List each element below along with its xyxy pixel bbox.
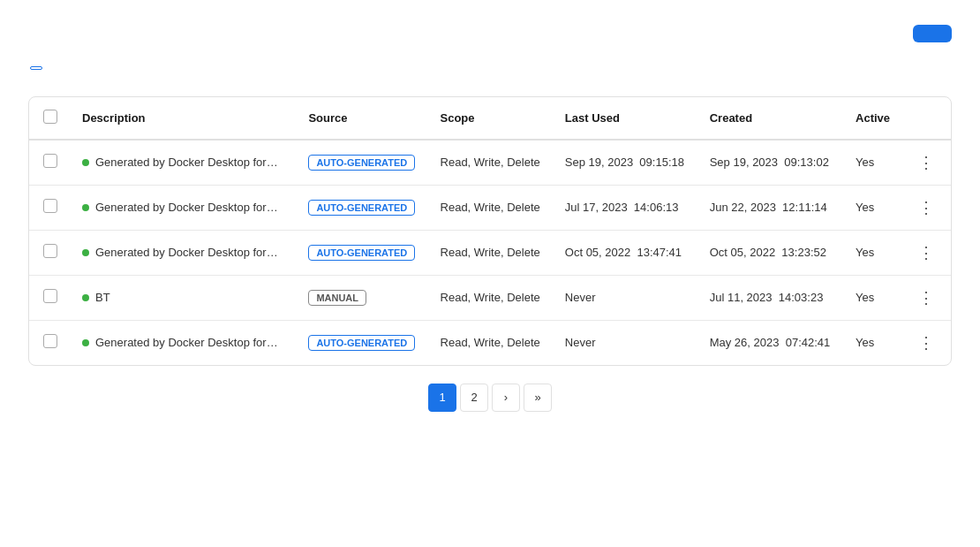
header-description: Description [72, 97, 298, 140]
row-created-cell-2: Oct 05, 2022 13:23:52 [699, 230, 845, 275]
row-active-cell-0: Yes [845, 140, 902, 186]
row-scope-cell-4: Read, Write, Delete [430, 320, 554, 365]
row-created-cell-3: Jul 11, 2023 14:03:23 [699, 275, 845, 320]
row-checkbox-cell [29, 320, 72, 365]
row-checkbox-cell [29, 275, 72, 320]
table-row: Generated by Docker Desktop for CLI ... … [29, 230, 951, 275]
auto-generated-badge-inline [30, 66, 42, 70]
row-active-cell-3: Yes [845, 275, 902, 320]
select-all-checkbox[interactable] [43, 110, 57, 124]
row-last-used-cell-2: Oct 05, 2022 13:47:41 [554, 230, 699, 275]
page-next-button[interactable]: › [492, 384, 520, 412]
source-badge-4: AUTO-GENERATED [308, 335, 415, 351]
source-badge-0: AUTO-GENERATED [308, 155, 415, 171]
row-description-cell: Generated by Docker Desktop for CLI ... [72, 230, 298, 275]
info-bar [28, 58, 952, 77]
row-checkbox-1[interactable] [43, 199, 57, 213]
row-actions-button-3[interactable]: ⋮ [913, 288, 940, 308]
row-last-used-cell-4: Never [554, 320, 699, 365]
row-actions-cell-3: ⋮ [902, 275, 951, 320]
row-scope-cell-0: Read, Write, Delete [430, 140, 554, 186]
table-row: Generated by Docker Desktop for CLI ... … [29, 185, 951, 230]
status-dot-0 [82, 159, 89, 166]
row-source-cell-3: MANUAL [298, 275, 429, 320]
row-scope-cell-1: Read, Write, Delete [430, 185, 554, 230]
row-description-cell: Generated by Docker Desktop for CLI ... [72, 140, 298, 186]
source-badge-3: MANUAL [308, 290, 366, 306]
row-created-cell-4: May 26, 2023 07:42:41 [699, 320, 845, 365]
row-actions-button-0[interactable]: ⋮ [913, 153, 940, 172]
row-source-cell-0: AUTO-GENERATED [298, 140, 429, 186]
header-scope: Scope [430, 97, 554, 140]
row-scope-cell-2: Read, Write, Delete [430, 230, 554, 275]
row-checkbox-3[interactable] [43, 289, 57, 303]
table-row: BT MANUAL Read, Write, Delete Never Jul … [29, 275, 951, 320]
row-description-cell: Generated by Docker Desktop for CLI ... [72, 320, 298, 365]
page-2-button[interactable]: 2 [460, 384, 488, 412]
row-checkbox-0[interactable] [43, 154, 57, 168]
header-source: Source [298, 97, 429, 140]
row-actions-cell-2: ⋮ [902, 230, 951, 275]
status-dot-2 [82, 249, 89, 256]
header-checkbox-col [29, 97, 72, 140]
header-actions [902, 97, 951, 140]
header-created: Created [699, 97, 845, 140]
row-created-cell-1: Jun 22, 2023 12:11:14 [699, 185, 845, 230]
pagination: 1 2 › » [28, 366, 952, 415]
row-source-cell-1: AUTO-GENERATED [298, 185, 429, 230]
status-dot-1 [82, 204, 89, 211]
row-checkbox-cell [29, 230, 72, 275]
access-tokens-table-wrapper: Description Source Scope Last Used Creat… [28, 96, 952, 366]
status-dot-3 [82, 294, 89, 301]
source-badge-1: AUTO-GENERATED [308, 200, 415, 216]
row-last-used-cell-3: Never [554, 275, 699, 320]
access-tokens-table: Description Source Scope Last Used Creat… [29, 97, 951, 365]
row-active-cell-4: Yes [845, 320, 902, 365]
page-last-button[interactable]: » [524, 384, 552, 412]
row-checkbox-4[interactable] [43, 334, 57, 348]
row-last-used-cell-1: Jul 17, 2023 14:06:13 [554, 185, 699, 230]
row-description-3: BT [95, 291, 110, 304]
row-checkbox-2[interactable] [43, 244, 57, 258]
new-access-token-button[interactable] [913, 25, 952, 42]
row-actions-button-4[interactable]: ⋮ [913, 333, 940, 353]
row-created-cell-0: Sep 19, 2023 09:13:02 [699, 140, 845, 186]
row-description-4: Generated by Docker Desktop for CLI ... [95, 336, 281, 349]
row-checkbox-cell [29, 185, 72, 230]
table-row: Generated by Docker Desktop for CLI ... … [29, 140, 951, 186]
row-active-cell-1: Yes [845, 185, 902, 230]
row-actions-button-2[interactable]: ⋮ [913, 243, 940, 262]
row-scope-cell-3: Read, Write, Delete [430, 275, 554, 320]
row-source-cell-2: AUTO-GENERATED [298, 230, 429, 275]
header-last-used: Last Used [554, 97, 699, 140]
row-actions-button-1[interactable]: ⋮ [913, 198, 940, 217]
row-last-used-cell-0: Sep 19, 2023 09:15:18 [554, 140, 699, 186]
table-header-row: Description Source Scope Last Used Creat… [29, 97, 951, 140]
row-description-1: Generated by Docker Desktop for CLI ... [95, 201, 281, 214]
row-actions-cell-4: ⋮ [902, 320, 951, 365]
row-actions-cell-0: ⋮ [902, 140, 951, 186]
row-description-cell: BT [72, 275, 298, 320]
row-description-2: Generated by Docker Desktop for CLI ... [95, 246, 281, 259]
header-active: Active [845, 97, 902, 140]
page-1-button[interactable]: 1 [428, 384, 456, 412]
table-row: Generated by Docker Desktop for CLI ... … [29, 320, 951, 365]
row-description-cell: Generated by Docker Desktop for CLI ... [72, 185, 298, 230]
row-source-cell-4: AUTO-GENERATED [298, 320, 429, 365]
row-description-0: Generated by Docker Desktop for CLI ... [95, 156, 281, 169]
row-actions-cell-1: ⋮ [902, 185, 951, 230]
row-checkbox-cell [29, 140, 72, 186]
row-active-cell-2: Yes [845, 230, 902, 275]
source-badge-2: AUTO-GENERATED [308, 245, 415, 261]
status-dot-4 [82, 339, 89, 346]
